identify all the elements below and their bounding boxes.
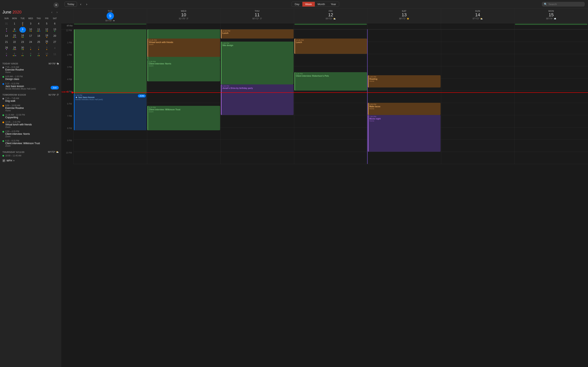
mini-cal-day[interactable]: 8 — [11, 27, 18, 33]
mini-cal-day[interactable]: 30 — [19, 45, 26, 51]
search-input[interactable] — [548, 3, 583, 6]
calendar-event[interactable] — [74, 29, 147, 94]
mini-cal-day[interactable]: 23 — [19, 39, 26, 45]
today-events-list: 7:15 – 8:15 AMExercise RoutineHome9:00 A… — [2, 66, 59, 92]
mini-cal-day[interactable]: 6 — [52, 21, 58, 26]
mini-cal-day[interactable]: 7 — [3, 27, 10, 33]
mini-cal-day[interactable]: 4 — [52, 45, 58, 51]
list-item: 9:00 – 10:00 AMExercise RoutineHome — [2, 104, 59, 112]
mini-cal-day[interactable]: 17 — [27, 33, 34, 39]
mini-cal-day[interactable]: 27 — [52, 39, 58, 45]
hour-line — [73, 91, 588, 91]
today-button[interactable]: Today — [65, 2, 77, 7]
allday-event[interactable] — [515, 24, 587, 25]
day-header-wed: WED 10 91°/76° ⛈ — [147, 8, 221, 23]
time-label: 6 PM — [61, 103, 73, 105]
mini-cal-day[interactable]: 13 — [52, 27, 58, 33]
event-location: Home — [5, 71, 59, 73]
mini-cal-day[interactable]: 31 — [3, 21, 10, 26]
mini-cal-day[interactable]: 2 — [19, 21, 26, 26]
mini-cal-day[interactable]: 22 — [11, 39, 18, 45]
sat-indicator — [367, 29, 368, 164]
calendar-event[interactable]: 5:15 PM⏺Jazz bass lessonMondo Melodies M… — [74, 94, 147, 130]
event-time-label: 12:45 PM — [296, 39, 366, 41]
calendar-event[interactable]: 12:45 PMLunch — [294, 39, 367, 54]
allday-cell-thu — [221, 23, 294, 29]
join-button[interactable]: JOIN — [138, 94, 146, 98]
day-view-button[interactable]: Day — [292, 2, 302, 7]
day-header-mon: MON 15 88°/74° ☁️ — [515, 8, 588, 23]
mini-cal-day[interactable]: 3 — [43, 45, 50, 51]
event-location: Zoom — [149, 43, 219, 45]
calendar-event[interactable]: 4:30 PMJonah's Drive-by birthday party — [221, 84, 294, 115]
mini-cal-day[interactable]: 1 — [27, 45, 34, 51]
join-button[interactable]: Join — [51, 86, 59, 90]
mini-cal-day[interactable]: 7 — [19, 51, 26, 57]
mini-cal-day[interactable]: 4 — [35, 21, 42, 26]
list-item: 2:30 – 4:15 PMClient interview: NorrisZo… — [2, 130, 59, 138]
month-view-button[interactable]: Month — [315, 2, 328, 7]
wfh-dropdown[interactable]: ▾ — [13, 159, 15, 162]
event-color-dot — [2, 131, 4, 133]
calendar-event[interactable]: 3:30 PMClient interview: Robertson's Pet… — [294, 72, 367, 91]
allday-row: all-day — [61, 23, 588, 29]
mini-cal-day[interactable]: 25 — [35, 39, 42, 45]
mini-cal-day[interactable]: 9 — [19, 27, 26, 33]
event-time-label: 3:45 PM — [369, 76, 440, 78]
event-color-dot — [2, 83, 4, 85]
mini-cal-day[interactable]: 21 — [3, 39, 10, 45]
year-view-button[interactable]: Year — [328, 2, 339, 7]
mini-cal-day[interactable]: 10 — [27, 27, 34, 33]
calendar-event[interactable]: 6:15 PMClient interview: Wilkinson Trust… — [147, 106, 220, 130]
today-label: TODAY 6/9/20 — [2, 62, 18, 65]
mini-cal-day[interactable]: 29 — [11, 45, 18, 51]
mini-cal-day[interactable]: 9 — [35, 51, 42, 57]
event-location: Home — [369, 80, 440, 82]
mini-cal-day[interactable]: 20 — [52, 33, 58, 39]
allday-event[interactable] — [74, 24, 146, 25]
mini-cal-day[interactable]: 14 — [3, 33, 10, 39]
event-location: Home — [369, 108, 440, 110]
calendar-event[interactable]: 1:00 PMSite design — [221, 42, 294, 84]
mini-cal-day[interactable]: 2 — [35, 45, 42, 51]
event-time: 9:00 – 10:00 AM — [5, 104, 59, 107]
mini-cal-day[interactable]: 26 — [43, 39, 50, 45]
mini-cal-day[interactable]: 15 — [11, 33, 18, 39]
month-nav: ‹ › — [50, 10, 59, 15]
new-event-button[interactable]: + — [53, 2, 59, 8]
mini-cal-day[interactable]: 11 — [52, 51, 58, 57]
calendar-event[interactable]: 2:30 PMClient interview: NorrisZoom — [147, 60, 220, 81]
calendar-event[interactable]: 6:00 PMMake tacosHome — [368, 103, 441, 115]
calendar-event[interactable]: 3:45 PMReadingHome — [368, 75, 441, 87]
mini-cal-day[interactable]: 10 — [43, 51, 50, 57]
wfh-checkbox[interactable]: ✓ — [2, 159, 5, 162]
mini-cal-day[interactable]: 18 — [35, 33, 42, 39]
mini-cal-day[interactable]: 28 — [3, 45, 10, 51]
mini-cal-day[interactable]: 5 — [43, 21, 50, 26]
calendar-event[interactable]: 12:45 PMVirtual lunch with friendsZoom — [147, 39, 220, 57]
next-week-button[interactable]: › — [85, 2, 89, 7]
today-num[interactable]: 9 — [107, 12, 114, 20]
mini-cal-day[interactable]: 8 — [27, 51, 34, 57]
event-time-label: 6:15 PM — [149, 106, 219, 108]
mini-cal-day[interactable]: 12 — [43, 27, 50, 33]
mini-cal-grid: 3112345678910111213141516171819202122232… — [2, 21, 59, 57]
mini-cal-day[interactable]: 16 — [19, 33, 26, 39]
allday-event[interactable] — [294, 24, 367, 25]
mini-cal-day[interactable]: 1 — [11, 21, 18, 26]
event-location: Zoom — [149, 65, 219, 67]
mini-cal-day[interactable]: 11 — [35, 27, 42, 33]
prev-week-button[interactable]: ‹ — [79, 2, 83, 7]
event-title: Movie night — [369, 118, 440, 120]
calendar-event[interactable]: 12:00 PMLunch — [221, 29, 294, 39]
prev-month-button[interactable]: ‹ — [50, 10, 53, 15]
mini-cal-day[interactable]: 6 — [11, 51, 18, 57]
next-month-button[interactable]: › — [55, 10, 59, 15]
event-time-label: 2:30 PM — [149, 60, 219, 63]
week-view-button[interactable]: Week — [302, 2, 315, 7]
mini-cal-day[interactable]: 19 — [43, 33, 50, 39]
mini-cal-day[interactable]: 24 — [27, 39, 34, 45]
mini-cal-day[interactable]: 5 — [3, 51, 10, 57]
mini-cal-day[interactable]: 3 — [27, 21, 34, 26]
calendar-event[interactable]: 7:00 PMMovie nightHome — [368, 115, 441, 152]
